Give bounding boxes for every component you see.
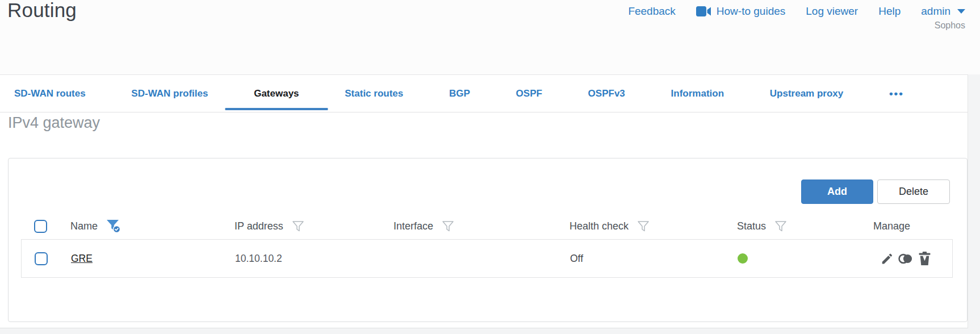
table-header-row: Name IP address — [21, 214, 953, 239]
manage-cell — [867, 251, 953, 266]
feedback-label: Feedback — [628, 5, 675, 18]
chevron-down-icon — [957, 9, 965, 14]
ip-address-cell: 10.10.10.2 — [228, 253, 387, 265]
admin-menu[interactable]: admin — [921, 5, 965, 18]
clone-icon[interactable] — [898, 252, 915, 266]
help-link[interactable]: Help — [878, 5, 901, 18]
status-up-dot — [738, 253, 748, 264]
header-links: Feedback How-to guides Log viewer Help a… — [628, 5, 965, 18]
tab-information[interactable]: Information — [671, 75, 724, 112]
health-check-cell: Off — [563, 253, 731, 265]
page-title: Routing — [7, 0, 77, 22]
table-toolbar: Add Delete — [801, 179, 950, 204]
gateways-table: Name IP address — [21, 214, 953, 278]
column-header-status: Status — [737, 220, 766, 232]
status-filter-icon[interactable] — [774, 220, 787, 233]
health-check-filter-icon[interactable] — [637, 220, 650, 233]
name-filter-active-icon[interactable] — [106, 219, 122, 233]
tab-upstream-proxy[interactable]: Upstream proxy — [770, 75, 843, 112]
tab-bar: SD-WAN routes SD-WAN profiles Gateways S… — [0, 75, 968, 112]
ip-address-filter-icon[interactable] — [292, 220, 304, 233]
feedback-link[interactable]: Feedback — [628, 5, 675, 18]
section-title: IPv4 gateway — [8, 114, 100, 132]
log-viewer-label: Log viewer — [806, 5, 858, 18]
help-label: Help — [878, 5, 901, 18]
column-header-name: Name — [70, 220, 98, 232]
delete-trash-icon[interactable] — [918, 251, 931, 266]
column-header-ip-address: IP address — [234, 220, 283, 232]
tab-ospf[interactable]: OSPF — [516, 75, 542, 112]
tab-sdwan-profiles[interactable]: SD-WAN profiles — [131, 75, 208, 112]
delete-button[interactable]: Delete — [877, 179, 950, 204]
tab-ospfv3[interactable]: OSPFv3 — [588, 75, 625, 112]
add-button[interactable]: Add — [801, 179, 873, 204]
brand-label: Sophos — [935, 20, 965, 31]
tab-bgp[interactable]: BGP — [449, 75, 470, 112]
column-header-health-check: Health check — [569, 220, 629, 232]
gateway-name-link[interactable]: GRE — [71, 253, 93, 264]
tab-gateways[interactable]: Gateways — [254, 75, 299, 112]
interface-filter-icon[interactable] — [442, 220, 454, 233]
ellipsis-icon: ••• — [889, 87, 904, 100]
edit-pencil-icon[interactable] — [880, 252, 894, 266]
howto-guides-label: How-to guides — [717, 5, 785, 18]
video-camera-icon — [696, 6, 711, 16]
tab-static-routes[interactable]: Static routes — [345, 75, 403, 112]
table-row: GRE 10.10.10.2 Off — [21, 239, 953, 278]
log-viewer-link[interactable]: Log viewer — [806, 5, 858, 18]
column-header-interface: Interface — [393, 220, 433, 232]
ipv4-gateway-card: Add Delete Name — [8, 158, 968, 322]
select-all-checkbox[interactable] — [34, 220, 47, 233]
row-checkbox[interactable] — [35, 252, 48, 265]
tab-sdwan-routes[interactable]: SD-WAN routes — [14, 75, 86, 112]
tabs-more-button[interactable]: ••• — [889, 75, 904, 112]
howto-guides-link[interactable]: How-to guides — [696, 5, 785, 18]
page-header: Routing Feedback How-to guides Log viewe… — [0, 0, 980, 74]
column-header-manage: Manage — [873, 220, 910, 232]
admin-label: admin — [921, 5, 950, 18]
routing-page: Routing Feedback How-to guides Log viewe… — [0, 0, 980, 334]
